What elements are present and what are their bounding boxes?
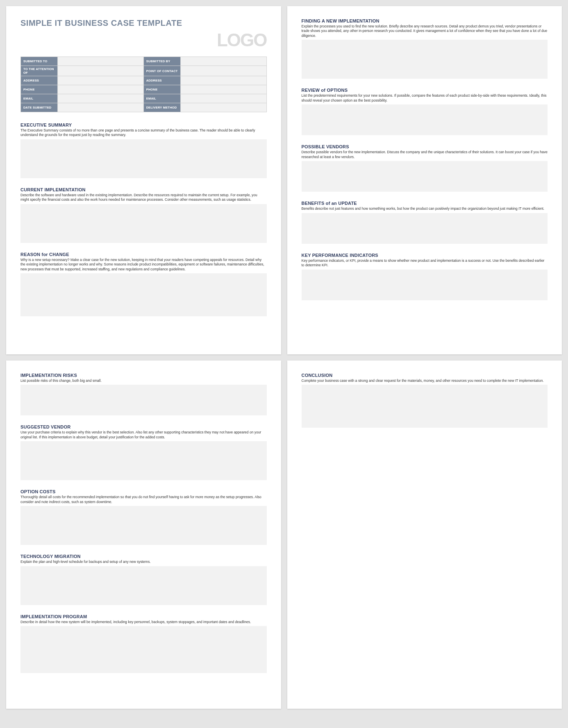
box-possible-vendors[interactable] bbox=[302, 161, 548, 192]
section-suggested-vendor: SUGGESTED VENDOR Use your purchase crite… bbox=[20, 424, 267, 480]
heading-suggested-vendor: SUGGESTED VENDOR bbox=[20, 424, 267, 429]
desc-implementation-risks: List possible risks of this change, both… bbox=[20, 379, 267, 383]
value-delivery-method[interactable] bbox=[180, 103, 266, 112]
box-implementation-program[interactable] bbox=[20, 626, 267, 673]
section-kpi: KEY PERFORMANCE INDICATORS Key performan… bbox=[302, 253, 548, 300]
section-option-costs: OPTION COSTS Thoroughly detail all costs… bbox=[20, 489, 267, 545]
label-date-submitted: DATE SUBMITTED bbox=[21, 103, 58, 112]
label-address-left: ADDRESS bbox=[21, 76, 58, 85]
label-address-right: ADDRESS bbox=[143, 76, 180, 85]
heading-executive-summary: EXECUTIVE SUMMARY bbox=[20, 122, 267, 127]
heading-option-costs: OPTION COSTS bbox=[20, 489, 267, 494]
section-reason-for-change: REASON for CHANGE Why is a new setup nec… bbox=[20, 252, 267, 316]
value-submitted-by[interactable] bbox=[180, 57, 266, 66]
box-reason-for-change[interactable] bbox=[20, 273, 267, 316]
box-benefits-of-update[interactable] bbox=[302, 213, 548, 244]
label-email-right: EMAIL bbox=[143, 94, 180, 103]
label-point-of-contact: POINT OF CONTACT bbox=[143, 66, 180, 76]
section-technology-migration: TECHNOLOGY MIGRATION Explain the plan an… bbox=[20, 554, 267, 605]
heading-implementation-risks: IMPLEMENTATION RISKS bbox=[20, 373, 267, 378]
pages-container: SIMPLE IT BUSINESS CASE TEMPLATE LOGO SU… bbox=[6, 6, 562, 709]
heading-technology-migration: TECHNOLOGY MIGRATION bbox=[20, 554, 267, 559]
box-kpi[interactable] bbox=[302, 270, 548, 300]
desc-implementation-program: Describe in detail how the new system wi… bbox=[20, 620, 267, 624]
box-finding-new-implementation[interactable] bbox=[302, 40, 548, 79]
value-email-right[interactable] bbox=[180, 94, 266, 103]
value-address-left[interactable] bbox=[57, 76, 143, 85]
label-email-left: EMAIL bbox=[21, 94, 58, 103]
heading-current-implementation: CURRENT IMPLEMENTATION bbox=[20, 187, 267, 192]
heading-review-of-options: REVIEW of OPTIONS bbox=[302, 88, 548, 93]
label-delivery-method: DELIVERY METHOD bbox=[143, 103, 180, 112]
label-submitted-by: SUBMITTED BY bbox=[143, 57, 180, 66]
box-conclusion[interactable] bbox=[302, 385, 548, 428]
heading-possible-vendors: POSSIBLE VENDORS bbox=[302, 144, 548, 149]
section-current-implementation: CURRENT IMPLEMENTATION Describe the soft… bbox=[20, 187, 267, 243]
label-attention-of: TO THE ATTENTION OF bbox=[21, 66, 58, 76]
value-address-right[interactable] bbox=[180, 76, 266, 85]
label-phone-left: PHONE bbox=[21, 85, 58, 94]
value-phone-right[interactable] bbox=[180, 85, 266, 94]
page-2: FINDING A NEW IMPLEMENTATION Explain the… bbox=[287, 6, 562, 354]
section-finding-new-implementation: FINDING A NEW IMPLEMENTATION Explain the… bbox=[302, 18, 548, 79]
desc-kpi: Key performance indicators, or KPI, prov… bbox=[302, 259, 548, 268]
desc-technology-migration: Explain the plan and high-level schedule… bbox=[20, 560, 267, 564]
box-option-costs[interactable] bbox=[20, 506, 267, 545]
desc-possible-vendors: Describe possible vendors for the new im… bbox=[302, 150, 548, 159]
desc-conclusion: Complete your business case with a stron… bbox=[302, 379, 548, 383]
desc-suggested-vendor: Use your purchase criteria to explain wh… bbox=[20, 430, 267, 440]
value-email-left[interactable] bbox=[57, 94, 143, 103]
heading-reason-for-change: REASON for CHANGE bbox=[20, 252, 267, 257]
logo-placeholder: LOGO bbox=[217, 30, 267, 50]
value-phone-left[interactable] bbox=[57, 85, 143, 94]
heading-implementation-program: IMPLEMENTATION PROGRAM bbox=[20, 614, 267, 619]
box-review-of-options[interactable] bbox=[302, 104, 548, 135]
desc-review-of-options: List the predetermined requirements for … bbox=[302, 93, 548, 103]
box-current-implementation[interactable] bbox=[20, 204, 267, 243]
page-3: IMPLEMENTATION RISKS List possible risks… bbox=[6, 361, 281, 709]
section-review-of-options: REVIEW of OPTIONS List the predetermined… bbox=[302, 88, 548, 135]
desc-finding-new-implementation: Explain the processes you used to find t… bbox=[302, 24, 548, 38]
document-title: SIMPLE IT BUSINESS CASE TEMPLATE bbox=[20, 18, 267, 28]
heading-finding-new-implementation: FINDING A NEW IMPLEMENTATION bbox=[302, 18, 548, 23]
box-executive-summary[interactable] bbox=[20, 139, 267, 178]
logo-row: LOGO bbox=[20, 30, 267, 50]
desc-current-implementation: Describe the software and hardware used … bbox=[20, 193, 267, 202]
section-benefits-of-update: BENEFITS of an UPDATE Benefits describe … bbox=[302, 201, 548, 243]
desc-benefits-of-update: Benefits describe not just features and … bbox=[302, 206, 548, 211]
section-implementation-program: IMPLEMENTATION PROGRAM Describe in detai… bbox=[20, 614, 267, 673]
desc-executive-summary: The Executive Summary consists of no mor… bbox=[20, 128, 267, 138]
label-submitted-to: SUBMITTED TO bbox=[21, 57, 58, 66]
section-conclusion: CONCLUSION Complete your business case w… bbox=[302, 373, 548, 428]
value-attention-of[interactable] bbox=[57, 66, 143, 76]
desc-option-costs: Thoroughly detail all costs for the reco… bbox=[20, 495, 267, 504]
value-point-of-contact[interactable] bbox=[180, 66, 266, 76]
box-technology-migration[interactable] bbox=[20, 566, 267, 605]
heading-benefits-of-update: BENEFITS of an UPDATE bbox=[302, 201, 548, 206]
box-suggested-vendor[interactable] bbox=[20, 441, 267, 480]
heading-conclusion: CONCLUSION bbox=[302, 373, 548, 378]
header-info-table: SUBMITTED TO SUBMITTED BY TO THE ATTENTI… bbox=[20, 57, 267, 112]
desc-reason-for-change: Why is a new setup necessary? Make a cle… bbox=[20, 258, 267, 272]
box-implementation-risks[interactable] bbox=[20, 385, 267, 415]
value-date-submitted[interactable] bbox=[57, 103, 143, 112]
label-phone-right: PHONE bbox=[143, 85, 180, 94]
heading-kpi: KEY PERFORMANCE INDICATORS bbox=[302, 253, 548, 258]
value-submitted-to[interactable] bbox=[57, 57, 143, 66]
section-implementation-risks: IMPLEMENTATION RISKS List possible risks… bbox=[20, 373, 267, 415]
page-1: SIMPLE IT BUSINESS CASE TEMPLATE LOGO SU… bbox=[6, 6, 281, 354]
section-executive-summary: EXECUTIVE SUMMARY The Executive Summary … bbox=[20, 122, 267, 178]
page-4: CONCLUSION Complete your business case w… bbox=[287, 361, 562, 709]
section-possible-vendors: POSSIBLE VENDORS Describe possible vendo… bbox=[302, 144, 548, 192]
